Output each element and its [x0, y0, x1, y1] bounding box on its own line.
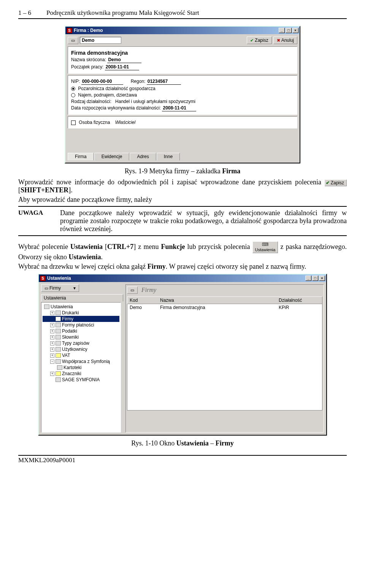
paragraph-2: Aby wprowadzić dane początkowe firmy, na… — [18, 196, 347, 204]
data-rozp-field[interactable]: 2008-11-01 — [162, 105, 196, 111]
wlasciciel-label: Właściciel — [115, 120, 135, 125]
titlebar-2[interactable]: S Ustawienia _ □ × — [39, 274, 326, 282]
close-button[interactable]: × — [292, 28, 298, 33]
tree-pane[interactable]: Ustawienia +Drukarki Firmy +Formy płatno… — [41, 302, 121, 433]
short-name-field[interactable]: Demo — [107, 57, 141, 63]
expand-icon[interactable]: + — [50, 372, 54, 376]
folder-icon — [44, 304, 49, 309]
radio-najem[interactable] — [71, 93, 75, 97]
grid-body[interactable]: Demo Firma demonstracyjna KPiR — [127, 304, 322, 410]
tree-item-formy-platnosci[interactable]: +Formy płatności — [43, 322, 119, 328]
tree-item-typy-zapisow[interactable]: +Typy zapisów — [43, 340, 119, 346]
firm-full-name[interactable]: Firma demonstracyjna — [71, 50, 294, 56]
regon-label: Regon: — [131, 79, 146, 84]
expand-icon[interactable]: + — [50, 311, 54, 315]
save-button[interactable]: ✔Zapisz — [247, 36, 271, 44]
tree-item-znaczniki[interactable]: +Znaczniki — [43, 371, 119, 377]
check-icon: ✔ — [326, 180, 330, 185]
osoba-fizyczna-checkbox[interactable] — [71, 120, 76, 125]
tree-item-wspolpraca[interactable]: −Współpraca z Symfonią — [43, 358, 119, 365]
nip-field[interactable]: 000-000-00-00 — [81, 79, 123, 85]
owner-panel: Osoba fizyczna Właściciel — [68, 116, 297, 128]
header-title: Podręcznik użytkownika programu Mała Ksi… — [46, 9, 199, 17]
book-icon — [56, 335, 61, 339]
expand-icon[interactable]: + — [50, 323, 54, 327]
uwaga-block: UWAGA Dane początkowe należy wprowadzić … — [18, 206, 347, 236]
start-date-label: Początek pracy: — [71, 64, 103, 70]
col-dzialalnosc[interactable]: Działalność — [276, 297, 322, 304]
tree-item-vat[interactable]: +VAT — [43, 352, 119, 358]
minimize-button[interactable]: _ — [305, 276, 311, 281]
tree-item-sage[interactable]: SAGE SYMFONIA — [43, 377, 119, 383]
col-kod[interactable]: Kod — [127, 297, 158, 304]
tag-icon — [56, 371, 61, 376]
chevron-down-icon: ▾ — [73, 285, 76, 291]
collapse-icon[interactable]: − — [50, 360, 54, 364]
activity-panel: NIP: 000-000-00-00 Regon: 01234567 Pozar… — [68, 75, 297, 115]
radio-najem-label: Najem, podnajem, dzierżawa — [78, 92, 137, 98]
tree-item-podatki[interactable]: +Podatki — [43, 328, 119, 334]
tab-inne[interactable]: Inne — [157, 153, 180, 160]
x-icon: ✖ — [277, 38, 280, 43]
expand-icon[interactable]: + — [50, 341, 54, 346]
radio-pozarolnicza-label: Pozarolnicza działalność gospodarcza — [78, 86, 155, 91]
inline-zapisz-button: ✔Zapisz — [325, 179, 347, 186]
card-icon — [57, 365, 62, 370]
tree-item-kartoteki[interactable]: Kartoteki — [43, 365, 119, 371]
tab-adres[interactable]: Adres — [130, 153, 156, 160]
firmy-heading: Firmy — [139, 286, 159, 294]
panel-switch-button[interactable]: ▭ Firmy ▾ — [41, 284, 79, 292]
folder-icon — [56, 323, 61, 327]
tab-ewidencje[interactable]: Ewidencje — [94, 153, 130, 160]
expand-icon[interactable]: + — [50, 335, 54, 339]
sage-icon — [56, 377, 61, 382]
card-icon: ▭ — [130, 288, 134, 293]
tree-item-slowniki[interactable]: +Słowniki — [43, 334, 119, 340]
minimize-button[interactable]: _ — [279, 28, 285, 33]
start-date-field[interactable]: 2008-11-01 — [105, 64, 139, 70]
vat-icon — [56, 353, 61, 358]
short-name-label: Nazwa skrócona: — [71, 57, 106, 62]
maximize-button[interactable]: □ — [286, 28, 292, 33]
expand-icon[interactable]: + — [50, 347, 54, 352]
col-nazwa[interactable]: Nazwa — [158, 297, 276, 304]
window-ustawienia: S Ustawienia _ □ × ▭ Firmy ▾ Ustaw — [38, 274, 327, 436]
list-pane: ▭ Firmy Kod Nazwa Działalność Demo Firma… — [125, 284, 324, 433]
expand-icon[interactable]: + — [50, 353, 54, 358]
list-panel-button[interactable]: ▭ — [127, 287, 138, 294]
tree-header: Ustawienia — [41, 294, 123, 301]
tabs: Firma Ewidencje Adres Inne — [68, 153, 297, 160]
titlebar[interactable]: S Firma : Demo _ □ × — [65, 27, 300, 34]
nip-label: NIP: — [71, 79, 80, 84]
paragraph-1: Wprowadzić nowe informacje do odpowiedni… — [18, 178, 347, 194]
tree-item-uzytkownicy[interactable]: +Użytkownicy — [43, 346, 119, 352]
page-number: 1 – 6 — [18, 9, 31, 17]
app-icon: S — [67, 28, 72, 33]
grid-header: Kod Nazwa Działalność — [127, 296, 322, 304]
footer-code: MXMKL2009aP0001 — [18, 456, 347, 464]
app-icon: S — [40, 276, 46, 281]
expand-icon[interactable]: + — [50, 329, 54, 333]
firm-dropdown[interactable]: Demo — [80, 37, 121, 44]
regon-field[interactable]: 01234567 — [147, 79, 181, 85]
tree-root[interactable]: Ustawienia — [43, 304, 119, 310]
maximize-button[interactable]: □ — [312, 276, 318, 281]
doc-icon — [56, 341, 61, 346]
header-rule — [18, 18, 347, 19]
cell-nazwa: Firma demonstracyjna — [158, 304, 276, 311]
tree-item-drukarki[interactable]: +Drukarki — [43, 310, 119, 316]
radio-pozarolnicza[interactable] — [71, 87, 75, 91]
figure-caption-1: Rys. 1-9 Metryka firmy – zakładka Firma — [18, 167, 347, 175]
record-nav-button[interactable]: ▭ — [68, 37, 78, 44]
rodzaj-field[interactable]: Handel i usługi artykułami spożywczymi — [115, 99, 195, 104]
window-firma: S Firma : Demo _ □ × ▭ Demo ✔Zapisz ✖Anu… — [65, 26, 300, 163]
paragraph-4: Wybrać na drzewku w lewej części okna ga… — [18, 263, 347, 271]
cancel-button[interactable]: ✖Anuluj — [273, 36, 297, 44]
tab-firma[interactable]: Firma — [68, 153, 94, 160]
data-rozp-label: Data rozpoczęcia wykonywania działalnośc… — [71, 105, 161, 111]
table-row[interactable]: Demo Firma demonstracyjna KPiR — [127, 304, 322, 311]
close-button[interactable]: × — [319, 276, 325, 281]
cell-dz: KPiR — [276, 304, 322, 311]
tree-item-firmy[interactable]: Firmy — [43, 316, 119, 322]
osoba-fizyczna-label: Osoba fizyczna — [79, 120, 110, 125]
